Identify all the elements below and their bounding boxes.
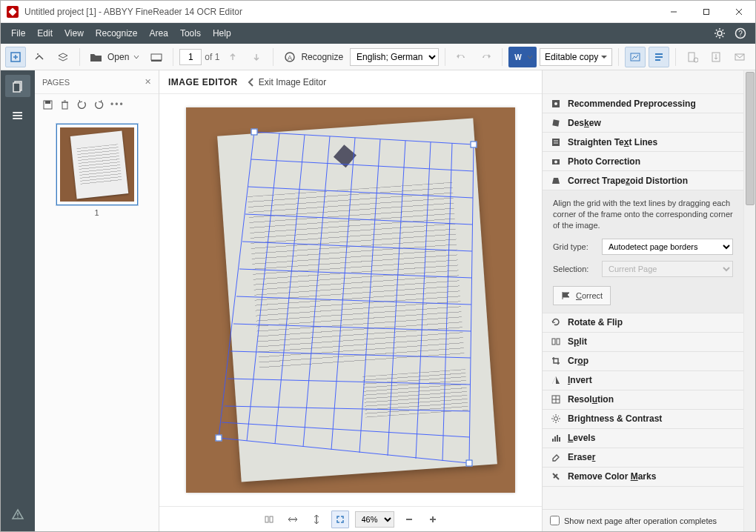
rotate-ccw-icon[interactable] bbox=[76, 99, 87, 110]
menu-recognize[interactable]: Recognize bbox=[90, 23, 144, 44]
editable-copy-select[interactable]: Editable copy bbox=[540, 48, 612, 66]
menu-file[interactable]: File bbox=[5, 23, 31, 44]
maximize-button[interactable] bbox=[690, 1, 723, 23]
fit-width-icon[interactable] bbox=[260, 511, 278, 528]
acc-remove-marks[interactable]: Remove Color Marks bbox=[543, 468, 743, 487]
panel-pages-icon[interactable] bbox=[5, 75, 30, 97]
fit-vertical-icon[interactable] bbox=[308, 511, 325, 528]
flag-icon bbox=[561, 291, 571, 300]
acc-recommended[interactable]: Recommended Preprocessing bbox=[543, 94, 743, 113]
title-bar: Untitled project [1] - ABBYY FineReader … bbox=[1, 1, 755, 23]
page-of-text: of 1 bbox=[205, 52, 219, 62]
grid-type-select[interactable]: Autodetect page borders bbox=[602, 239, 733, 255]
fit-horizontal-icon[interactable] bbox=[284, 511, 302, 528]
minimize-button[interactable] bbox=[657, 1, 690, 23]
svg-rect-98 bbox=[552, 439, 554, 442]
svg-point-43 bbox=[17, 516, 19, 518]
window-title: Untitled project [1] - ABBYY FineReader … bbox=[24, 7, 657, 17]
selection-label: Selection: bbox=[553, 265, 596, 273]
send-email-button[interactable] bbox=[729, 47, 750, 67]
fit-page-icon[interactable] bbox=[331, 511, 349, 528]
menu-edit[interactable]: Edit bbox=[31, 23, 59, 44]
grid-handle-tl[interactable] bbox=[251, 129, 258, 136]
vertical-scrollbar[interactable] bbox=[743, 70, 755, 531]
close-pages-panel-button[interactable]: ✕ bbox=[145, 77, 151, 87]
svg-rect-99 bbox=[554, 436, 556, 442]
acc-photo[interactable]: Photo Correction bbox=[543, 152, 743, 171]
acc-deskew[interactable]: Deskew bbox=[543, 113, 743, 133]
layers-button[interactable] bbox=[53, 47, 73, 67]
undo-button[interactable] bbox=[451, 47, 472, 67]
show-next-page-checkbox[interactable] bbox=[550, 516, 560, 525]
svg-point-40 bbox=[13, 115, 14, 116]
menu-tools[interactable]: Tools bbox=[174, 23, 207, 44]
zoom-out-button[interactable] bbox=[400, 511, 418, 528]
trapezoid-icon bbox=[550, 175, 562, 187]
acc-brightness[interactable]: Brightness & Contrast bbox=[543, 410, 743, 429]
svg-line-10 bbox=[723, 36, 724, 38]
settings-icon[interactable] bbox=[709, 23, 730, 44]
zoom-in-button[interactable] bbox=[424, 511, 442, 528]
svg-rect-46 bbox=[62, 102, 67, 109]
next-page-button[interactable] bbox=[246, 47, 267, 67]
page-number-input[interactable] bbox=[179, 49, 202, 65]
svg-line-11 bbox=[716, 36, 717, 38]
brightness-icon bbox=[550, 413, 562, 425]
pages-panel: PAGES ✕ ••• 1 bbox=[35, 70, 159, 531]
redo-button[interactable] bbox=[475, 47, 496, 67]
new-task-button[interactable] bbox=[5, 47, 26, 67]
svg-line-12 bbox=[723, 30, 724, 31]
menu-area[interactable]: Area bbox=[144, 23, 174, 44]
acc-straighten[interactable]: Straighten Text Lines bbox=[543, 133, 743, 152]
svg-rect-45 bbox=[45, 101, 50, 104]
save-pages-icon[interactable] bbox=[42, 99, 53, 110]
grid-handle-br[interactable] bbox=[466, 460, 473, 467]
acc-rotate[interactable]: Rotate & Flip bbox=[543, 313, 743, 333]
panel-batch-icon[interactable] bbox=[5, 104, 30, 127]
add-pages-button[interactable] bbox=[29, 47, 50, 67]
read-order-button[interactable] bbox=[649, 47, 669, 67]
rotate-cw-icon[interactable] bbox=[93, 99, 105, 110]
edit-image-button[interactable] bbox=[625, 47, 646, 67]
acc-crop[interactable]: Crop bbox=[543, 352, 743, 371]
menu-view[interactable]: View bbox=[59, 23, 90, 44]
help-icon[interactable]: ? bbox=[730, 23, 751, 44]
send-to-button[interactable] bbox=[682, 47, 703, 67]
menu-help[interactable]: Help bbox=[207, 23, 237, 44]
warnings-icon[interactable] bbox=[5, 503, 30, 525]
svg-text:W: W bbox=[514, 53, 522, 61]
target-app-button[interactable]: W bbox=[508, 47, 537, 67]
svg-line-9 bbox=[716, 30, 717, 31]
grid-handle-bl[interactable] bbox=[216, 435, 222, 442]
scan-button[interactable] bbox=[146, 47, 167, 67]
svg-rect-35 bbox=[13, 83, 20, 92]
acc-resolution[interactable]: Resolution bbox=[543, 390, 743, 410]
right-panel: Recommended Preprocessing Deskew Straigh… bbox=[542, 70, 743, 531]
grid-handle-tr[interactable] bbox=[471, 142, 477, 148]
acc-trapezoid[interactable]: Correct Trapezoid Distortion bbox=[543, 171, 743, 190]
acc-eraser[interactable]: Eraser bbox=[543, 448, 743, 468]
editor-canvas[interactable] bbox=[186, 107, 515, 493]
rotate-icon bbox=[550, 316, 562, 328]
svg-point-39 bbox=[13, 112, 14, 113]
zoom-select[interactable]: 46% bbox=[355, 511, 394, 528]
save-button[interactable] bbox=[706, 47, 726, 67]
recognize-button[interactable]: A Recognize bbox=[279, 47, 347, 67]
delete-page-icon[interactable] bbox=[59, 99, 70, 110]
languages-select[interactable]: English; German bbox=[350, 48, 439, 66]
page-thumbnail[interactable] bbox=[56, 124, 138, 205]
more-icon[interactable]: ••• bbox=[110, 99, 125, 110]
svg-rect-101 bbox=[559, 437, 560, 442]
prev-page-button[interactable] bbox=[222, 47, 243, 67]
open-button[interactable]: Open bbox=[86, 47, 143, 67]
acc-trapezoid-body: Align the grid with the text lines by dr… bbox=[543, 190, 743, 313]
acc-split[interactable]: Split bbox=[543, 333, 743, 352]
split-icon bbox=[550, 336, 562, 348]
exit-image-editor-button[interactable]: Exit Image Editor bbox=[247, 77, 326, 87]
close-button[interactable] bbox=[723, 1, 755, 23]
acc-levels[interactable]: Levels bbox=[543, 429, 743, 448]
svg-rect-20 bbox=[151, 54, 162, 60]
selection-select: Current Page bbox=[602, 261, 733, 277]
correct-button[interactable]: Correct bbox=[553, 286, 611, 305]
acc-invert[interactable]: Invert bbox=[543, 371, 743, 390]
